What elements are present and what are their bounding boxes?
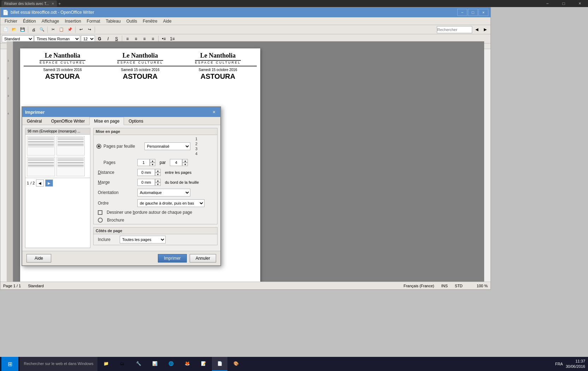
par-label: par [160, 160, 166, 165]
marge-up[interactable]: ▲ [155, 179, 161, 182]
marge-suffix: du bord de la feuille [165, 180, 199, 184]
tab-options[interactable]: Options [124, 117, 148, 125]
nav-next-button[interactable]: ▶ [45, 179, 53, 187]
tb-new[interactable]: 📄 [2, 26, 10, 34]
ordre-label: Ordre [96, 201, 135, 206]
menu-insertion[interactable]: Insertion [62, 18, 84, 24]
number-grid: 1 2 3 4 [194, 136, 199, 156]
preview-label: 98 mm (Enveloppe (monarque) ... [25, 128, 90, 135]
lo-minimize-button[interactable]: − [457, 9, 467, 16]
tb-redo[interactable]: ↪ [85, 26, 93, 34]
brochure-label: Brochure [107, 218, 135, 223]
taskbar-app-firefox[interactable]: 🦊 [179, 357, 195, 371]
taskbar-app-app3[interactable]: 🔧 [131, 357, 146, 371]
start-button[interactable]: ⊞ [1, 357, 18, 371]
ordre-select[interactable]: de gauche à droite, puis en bas de haut … [137, 199, 204, 207]
doc-dates-row: Samedi 15 octobre 2016 Samedi 15 octobre… [24, 68, 257, 72]
brochure-radio[interactable] [98, 218, 103, 223]
marge-value[interactable] [137, 179, 155, 186]
tb-copy[interactable]: 📋 [58, 26, 65, 34]
pages-par-feuille-select[interactable]: Personnalisé 1 2 4 6 [144, 142, 190, 150]
menu-affichage[interactable]: Affichage [39, 18, 62, 24]
nav-prev-button[interactable]: ◀ [36, 179, 44, 187]
menu-edition[interactable]: Édition [20, 18, 39, 24]
taskbar-app-extra[interactable]: 🎨 [228, 357, 244, 371]
lo-window-icon: 📄 [2, 10, 8, 15]
group-title-cotes: Côtés de page [94, 228, 217, 234]
taskbar-app-chrome[interactable]: 🌐 [163, 357, 179, 371]
tb-open[interactable]: 📂 [10, 26, 18, 34]
pages-value[interactable] [137, 159, 150, 166]
browser-min-btn[interactable]: − [539, 0, 556, 7]
tab-title: Réaliser des tickets avec T... [4, 2, 49, 6]
taskbar-app-app4[interactable]: 📊 [147, 357, 162, 371]
new-tab-button[interactable]: + [58, 1, 61, 6]
tb-paste[interactable]: 📌 [66, 26, 74, 34]
tb-search-back[interactable]: ◀ [473, 26, 481, 34]
tb-save[interactable]: 💾 [19, 26, 26, 34]
menu-aide[interactable]: Aide [160, 18, 174, 24]
search-input[interactable] [437, 26, 472, 33]
marge-stepper[interactable]: ▲ ▼ [137, 179, 161, 186]
marge-down[interactable]: ▼ [155, 182, 161, 186]
tb-preview[interactable]: 🔍 [38, 26, 46, 34]
menu-format[interactable]: Format [84, 18, 103, 24]
menu-tableau[interactable]: Tableau [103, 18, 124, 24]
settings-panel: Mise en page Pages par feuille Personnal… [93, 128, 218, 248]
ordre-row: Ordre de gauche à droite, puis en bas de… [94, 198, 217, 208]
pages-stepper[interactable]: ▲ ▼ [137, 159, 155, 166]
taskbar-search-text: Rechercher sur le web et dans Windows [24, 361, 94, 366]
taskbar-lang: FRA [555, 362, 563, 366]
preview-panel: 98 mm (Enveloppe (monarque) ... [25, 128, 90, 248]
orientation-row: Orientation Automatique Portrait Paysage [94, 187, 217, 198]
dialog-footer: Aide Imprimer Annuler [22, 251, 220, 265]
bordure-checkbox[interactable] [98, 210, 102, 215]
header-logos: Le Nantholia ESPACE CULTUREL Le Nantholi… [24, 52, 257, 66]
imprimer-button[interactable]: Imprimer [158, 254, 186, 263]
browser-max-btn[interactable]: □ [556, 0, 572, 7]
lo-close-button[interactable]: × [479, 9, 488, 16]
distance-value[interactable] [137, 169, 155, 176]
distance-stepper[interactable]: ▲ ▼ [137, 169, 161, 176]
taskbar-app-lo[interactable]: 📄 [212, 357, 227, 371]
orientation-select[interactable]: Automatique Portrait Paysage [137, 189, 190, 196]
inclure-select[interactable]: Toutes les pages Pages recto Pages verso [120, 236, 166, 243]
tb-cut[interactable]: ✂ [49, 26, 57, 34]
tab-openoffice[interactable]: OpenOffice Writer [47, 117, 90, 125]
par-value[interactable] [170, 159, 182, 166]
taskbar-app-word[interactable]: 📝 [196, 357, 211, 371]
taskbar-search[interactable]: Rechercher sur le web et dans Windows [20, 357, 97, 371]
annuler-button[interactable]: Annuler [190, 254, 216, 263]
menu-fenetre[interactable]: Fenêtre [140, 18, 160, 24]
browser-tab[interactable]: Réaliser des tickets avec T... × [1, 0, 57, 7]
par-stepper[interactable]: ▲ ▼ [170, 159, 188, 166]
lo-maximize-button[interactable]: □ [468, 9, 478, 16]
taskbar-app-explorer[interactable]: 📁 [98, 357, 114, 371]
pages-down[interactable]: ▼ [150, 163, 155, 166]
distance-down[interactable]: ▼ [155, 172, 161, 176]
distance-stepper-btns: ▲ ▼ [155, 169, 161, 176]
marge-label: Marge [96, 180, 135, 185]
tab-mise-en-page[interactable]: Mise en page [89, 117, 124, 125]
distance-up[interactable]: ▲ [155, 169, 161, 172]
pages-par-feuille-radio[interactable] [96, 144, 101, 149]
tab-general[interactable]: Général [22, 117, 47, 125]
par-down[interactable]: ▼ [182, 163, 188, 166]
pages-up[interactable]: ▲ [150, 159, 155, 163]
logo-2-name: Le Nantholia [117, 52, 163, 61]
tb-print[interactable]: 🖨 [30, 26, 37, 34]
tb-sep2 [47, 26, 48, 33]
menu-outils[interactable]: Outils [124, 18, 140, 24]
fmt-sep2 [158, 36, 159, 42]
menu-fichier[interactable]: Fichier [2, 18, 20, 24]
aide-button[interactable]: Aide [26, 254, 51, 263]
par-up[interactable]: ▲ [182, 159, 188, 163]
inclure-row: Inclure Toutes les pages Pages recto Pag… [94, 234, 217, 245]
tb-undo[interactable]: ↩ [77, 26, 85, 34]
dialog-close-button[interactable]: × [210, 108, 218, 116]
doc-date-1: Samedi 15 octobre 2016 [43, 68, 82, 72]
browser-close-btn[interactable]: × [572, 0, 588, 7]
taskbar-app-files[interactable]: 🗂 [114, 357, 130, 371]
tab-close[interactable]: × [52, 1, 54, 6]
tb-search-fwd[interactable]: ▶ [481, 26, 489, 34]
